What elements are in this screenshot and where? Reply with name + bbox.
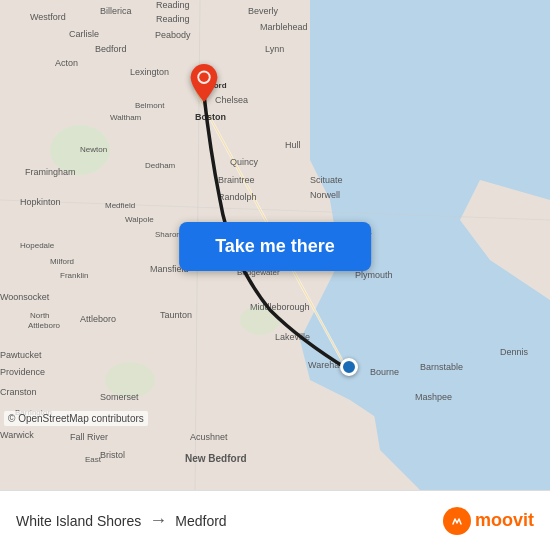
svg-text:Acton: Acton (55, 58, 78, 68)
svg-text:Attleboro: Attleboro (28, 321, 61, 330)
svg-text:Randolph: Randolph (218, 192, 257, 202)
svg-text:Hopkinton: Hopkinton (20, 197, 61, 207)
origin-label: White Island Shores (16, 513, 141, 529)
svg-text:Lakeville: Lakeville (275, 332, 310, 342)
svg-text:Providence: Providence (0, 367, 45, 377)
svg-text:Milford: Milford (50, 257, 74, 266)
svg-text:Plymouth: Plymouth (355, 270, 393, 280)
map-container: Westford Carlisle Bedford Acton Billeric… (0, 0, 550, 490)
origin-marker (188, 62, 220, 106)
svg-point-71 (199, 72, 209, 82)
svg-text:Reading: Reading (156, 0, 190, 10)
route-info: White Island Shores → Medford (16, 510, 227, 531)
svg-text:Peabody: Peabody (155, 30, 191, 40)
bottom-bar: White Island Shores → Medford moovit (0, 490, 550, 550)
svg-text:Quincy: Quincy (230, 157, 259, 167)
svg-text:Boston: Boston (195, 112, 226, 122)
svg-text:Belmont: Belmont (135, 101, 165, 110)
svg-text:Beverly: Beverly (248, 6, 279, 16)
svg-text:Lynn: Lynn (265, 44, 284, 54)
svg-text:Bourne: Bourne (370, 367, 399, 377)
destination-label: Medford (175, 513, 226, 529)
svg-text:Dedham: Dedham (145, 161, 176, 170)
svg-text:Medfield: Medfield (105, 201, 135, 210)
take-me-there-button[interactable]: Take me there (179, 222, 371, 271)
svg-text:Norwell: Norwell (310, 190, 340, 200)
svg-text:Bristol: Bristol (100, 450, 125, 460)
svg-text:Hull: Hull (285, 140, 301, 150)
svg-text:Sharon: Sharon (155, 230, 181, 239)
svg-text:Walpole: Walpole (125, 215, 154, 224)
svg-text:Braintree: Braintree (218, 175, 255, 185)
svg-text:Waltham: Waltham (110, 113, 142, 122)
svg-text:Warwick: Warwick (0, 430, 34, 440)
svg-text:Bedford: Bedford (95, 44, 127, 54)
svg-text:Woonsocket: Woonsocket (0, 292, 50, 302)
svg-point-72 (450, 514, 464, 528)
svg-text:Marblehead: Marblehead (260, 22, 308, 32)
svg-text:Mashpee: Mashpee (415, 392, 452, 402)
svg-text:Middleborough: Middleborough (250, 302, 310, 312)
svg-text:North: North (30, 311, 50, 320)
svg-text:Somerset: Somerset (100, 392, 139, 402)
svg-text:Franklin: Franklin (60, 271, 88, 280)
svg-text:Fall River: Fall River (70, 432, 108, 442)
svg-text:New Bedford: New Bedford (185, 453, 247, 464)
svg-text:Scituate: Scituate (310, 175, 343, 185)
svg-text:East: East (85, 455, 102, 464)
svg-text:Newton: Newton (80, 145, 107, 154)
svg-text:Lexington: Lexington (130, 67, 169, 77)
svg-text:Billerica: Billerica (100, 6, 132, 16)
svg-text:Pawtucket: Pawtucket (0, 350, 42, 360)
svg-text:Carlisle: Carlisle (69, 29, 99, 39)
svg-text:Taunton: Taunton (160, 310, 192, 320)
svg-text:Cranston: Cranston (0, 387, 37, 397)
svg-text:Reading: Reading (156, 14, 190, 24)
svg-text:Barnstable: Barnstable (420, 362, 463, 372)
svg-text:Hopedale: Hopedale (20, 241, 55, 250)
route-arrow: → (149, 510, 167, 531)
destination-marker (340, 358, 358, 376)
svg-text:Acushnet: Acushnet (190, 432, 228, 442)
svg-text:Attleboro: Attleboro (80, 314, 116, 324)
svg-text:Framingham: Framingham (25, 167, 76, 177)
svg-text:Dennis: Dennis (500, 347, 529, 357)
moovit-text: moovit (475, 510, 534, 531)
svg-text:Westford: Westford (30, 12, 66, 22)
moovit-icon (443, 507, 471, 535)
map-attribution: © OpenStreetMap contributors (4, 411, 148, 426)
moovit-logo: moovit (443, 507, 534, 535)
